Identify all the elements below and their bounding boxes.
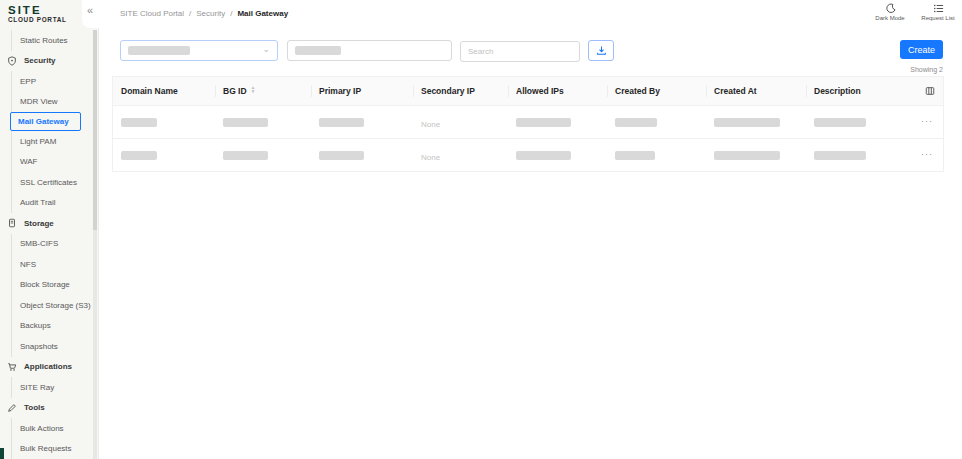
mail-gateway-table: Domain Name BG ID ▴ ▾ Primary IP Seconda… — [112, 76, 944, 172]
col-secondary-ip: Secondary IP — [413, 77, 508, 105]
redacted-domain-name — [121, 118, 157, 127]
sidebar-item-light-pam[interactable]: Light PAM — [11, 131, 93, 152]
sidebar-menu: Static Routes Security EPP MDR View Mail… — [0, 30, 93, 459]
secondary-ip-value: None — [421, 120, 440, 129]
sidebar-item-bulk-actions[interactable]: Bulk Actions — [11, 418, 93, 439]
sidebar-bottom-accent — [0, 448, 4, 459]
redacted-created-by — [615, 118, 657, 127]
table-row[interactable]: None ··· — [113, 138, 943, 171]
secondary-ip-value: None — [421, 153, 440, 162]
sidebar-item-ssl-certificates[interactable]: SSL Certificates — [11, 172, 93, 193]
sidebar-section-security[interactable]: Security — [0, 51, 93, 72]
request-list-label: Request List — [921, 15, 954, 21]
sidebar-item-mail-gateway[interactable]: Mail Gateway — [10, 112, 81, 131]
breadcrumb-separator: / — [230, 9, 232, 18]
redacted-allowed-ips — [516, 151, 571, 160]
sidebar-item-nfs[interactable]: NFS — [11, 254, 93, 275]
cart-icon — [7, 362, 17, 372]
redacted-select-value — [128, 46, 190, 55]
col-domain-name: Domain Name — [113, 77, 215, 105]
pen-icon — [7, 403, 17, 413]
sidebar-item-object-storage-s3[interactable]: Object Storage (S3) — [11, 295, 93, 316]
filter-input[interactable] — [287, 40, 452, 61]
redacted-domain-name — [121, 151, 157, 160]
redacted-input-value — [295, 46, 341, 55]
sidebar-section-tools[interactable]: Tools — [0, 398, 93, 419]
dark-mode-button[interactable]: Dark Mode — [872, 3, 908, 21]
shield-icon — [7, 56, 17, 66]
breadcrumb-security[interactable]: Security — [196, 9, 225, 18]
sidebar-item-mdr-view[interactable]: MDR View — [11, 92, 93, 113]
sidebar-scrollbar[interactable] — [93, 30, 97, 459]
breadcrumb-current: Mail Gateway — [237, 9, 288, 18]
redacted-allowed-ips — [516, 118, 571, 127]
more-actions-icon[interactable]: ··· — [921, 153, 933, 157]
redacted-primary-ip — [319, 118, 364, 127]
col-created-at: Created At — [706, 77, 806, 105]
sidebar-section-storage[interactable]: Storage — [0, 213, 93, 234]
sidebar-item-site-ray[interactable]: SITE Ray — [11, 377, 93, 398]
sidebar-scrollbar-thumb[interactable] — [93, 30, 97, 230]
download-icon — [596, 45, 607, 56]
sidebar-item-backups[interactable]: Backups — [11, 316, 93, 337]
redacted-primary-ip — [319, 151, 364, 160]
redacted-bg-id — [223, 151, 268, 160]
sidebar: SITE CLOUD PORTAL Static Routes Security… — [0, 0, 99, 459]
filter-select[interactable]: ⌄ — [120, 40, 278, 61]
sidebar-item-block-storage[interactable]: Block Storage — [11, 275, 93, 296]
redacted-bg-id — [223, 118, 268, 127]
redacted-description — [814, 118, 866, 127]
sidebar-item-epp[interactable]: EPP — [11, 71, 93, 92]
more-actions-icon[interactable]: ··· — [921, 120, 933, 124]
breadcrumb: SITE Cloud Portal / Security / Mail Gate… — [120, 9, 288, 18]
topbar-actions: Dark Mode Request List — [872, 3, 956, 21]
redacted-created-by — [615, 151, 655, 160]
request-list-icon — [933, 3, 944, 14]
request-list-button[interactable]: Request List — [920, 3, 956, 21]
col-description: Description — [806, 77, 918, 105]
brand-subtitle: CLOUD PORTAL — [8, 17, 67, 24]
breadcrumb-separator: / — [189, 9, 191, 18]
col-allowed-ips: Allowed IPs — [508, 77, 607, 105]
search-input[interactable] — [460, 41, 580, 62]
sort-icon[interactable]: ▴ ▾ — [252, 87, 255, 95]
table-header-row: Domain Name BG ID ▴ ▾ Primary IP Seconda… — [113, 77, 943, 105]
redacted-created-at — [714, 118, 780, 127]
redacted-description — [814, 151, 866, 160]
sidebar-collapse-icon[interactable]: « — [87, 4, 93, 16]
download-button[interactable] — [588, 40, 614, 61]
breadcrumb-root[interactable]: SITE Cloud Portal — [120, 9, 184, 18]
database-icon — [7, 218, 17, 228]
sidebar-item-static-routes[interactable]: Static Routes — [11, 30, 93, 51]
search-box — [460, 40, 580, 61]
sidebar-item-bulk-requests[interactable]: Bulk Requests — [11, 439, 93, 459]
sidebar-item-smb-cifs[interactable]: SMB-CIFS — [11, 234, 93, 255]
sidebar-item-audit-trail[interactable]: Audit Trail — [11, 193, 93, 214]
table-row[interactable]: None ··· — [113, 105, 943, 138]
dark-mode-label: Dark Mode — [875, 15, 904, 21]
moon-icon — [885, 3, 896, 14]
sidebar-item-snapshots[interactable]: Snapshots — [11, 336, 93, 357]
create-button[interactable]: Create — [900, 40, 943, 59]
col-primary-ip: Primary IP — [311, 77, 413, 105]
col-bg-id: BG ID ▴ ▾ — [215, 77, 311, 105]
topbar: « SITE Cloud Portal / Security / Mail Ga… — [82, 0, 962, 28]
sidebar-section-applications[interactable]: Applications — [0, 357, 93, 378]
col-created-by: Created By — [607, 77, 706, 105]
redacted-created-at — [714, 151, 780, 160]
column-settings-icon[interactable] — [925, 86, 935, 96]
brand-title: SITE — [8, 4, 67, 16]
sidebar-item-waf[interactable]: WAF — [11, 152, 93, 173]
showing-count: Showing 2 — [910, 66, 943, 73]
brand-logo: SITE CLOUD PORTAL — [8, 4, 67, 24]
